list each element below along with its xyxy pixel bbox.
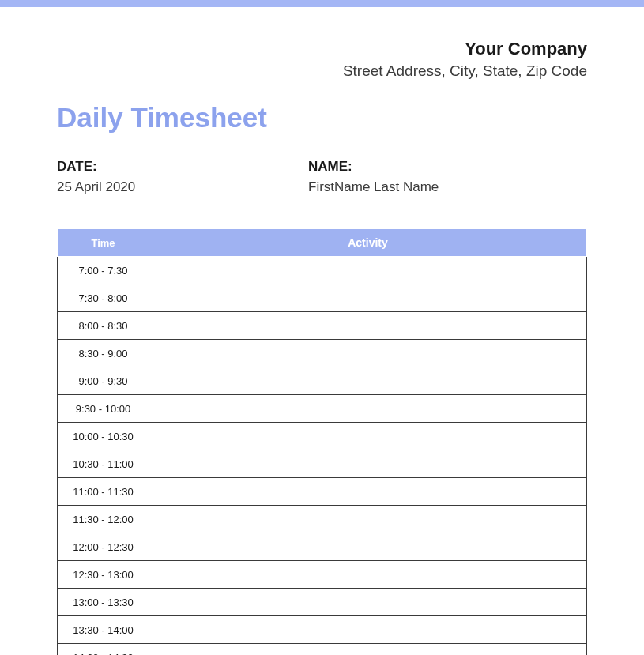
time-cell: 12:30 - 13:00 <box>58 561 149 589</box>
activity-cell[interactable] <box>149 616 587 644</box>
table-row: 14:00 - 14:30 <box>58 644 587 656</box>
date-value: 25 April 2020 <box>57 179 308 195</box>
table-row: 10:30 - 11:00 <box>58 450 587 478</box>
activity-cell[interactable] <box>149 450 587 478</box>
activity-cell[interactable] <box>149 257 587 284</box>
activity-cell[interactable] <box>149 312 587 340</box>
table-row: 7:00 - 7:30 <box>58 257 587 284</box>
date-block: DATE: 25 April 2020 <box>57 159 308 195</box>
table-row: 10:00 - 10:30 <box>58 423 587 450</box>
time-cell: 7:30 - 8:00 <box>58 284 149 312</box>
table-row: 12:00 - 12:30 <box>58 533 587 561</box>
table-row: 9:00 - 9:30 <box>58 367 587 395</box>
activity-cell[interactable] <box>149 533 587 561</box>
time-cell: 14:00 - 14:30 <box>58 644 149 656</box>
table-row: 12:30 - 13:00 <box>58 561 587 589</box>
company-header: Your Company Street Address, City, State… <box>57 39 587 80</box>
table-row: 11:30 - 12:00 <box>58 506 587 533</box>
page-title: Daily Timesheet <box>57 102 587 134</box>
document-content: Your Company Street Address, City, State… <box>0 7 644 655</box>
table-row: 8:30 - 9:00 <box>58 340 587 367</box>
table-row: 13:30 - 14:00 <box>58 616 587 644</box>
activity-cell[interactable] <box>149 478 587 506</box>
time-cell: 13:00 - 13:30 <box>58 589 149 616</box>
time-column-header: Time <box>58 229 149 257</box>
table-row: 11:00 - 11:30 <box>58 478 587 506</box>
time-cell: 12:00 - 12:30 <box>58 533 149 561</box>
table-row: 8:00 - 8:30 <box>58 312 587 340</box>
activity-cell[interactable] <box>149 423 587 450</box>
activity-cell[interactable] <box>149 367 587 395</box>
table-row: 9:30 - 10:00 <box>58 395 587 423</box>
time-cell: 10:00 - 10:30 <box>58 423 149 450</box>
table-row: 13:00 - 13:30 <box>58 589 587 616</box>
company-address: Street Address, City, State, Zip Code <box>57 62 587 80</box>
time-cell: 13:30 - 14:00 <box>58 616 149 644</box>
activity-cell[interactable] <box>149 284 587 312</box>
company-name: Your Company <box>57 39 587 59</box>
time-cell: 10:30 - 11:00 <box>58 450 149 478</box>
time-cell: 11:00 - 11:30 <box>58 478 149 506</box>
time-cell: 11:30 - 12:00 <box>58 506 149 533</box>
timesheet-table: Time Activity 7:00 - 7:307:30 - 8:008:00… <box>57 228 587 655</box>
name-label: NAME: <box>308 159 439 175</box>
top-accent-bar <box>0 0 644 7</box>
activity-cell[interactable] <box>149 589 587 616</box>
name-block: NAME: FirstName Last Name <box>308 159 439 195</box>
time-cell: 9:30 - 10:00 <box>58 395 149 423</box>
activity-cell[interactable] <box>149 395 587 423</box>
date-label: DATE: <box>57 159 308 175</box>
time-cell: 9:00 - 9:30 <box>58 367 149 395</box>
activity-cell[interactable] <box>149 561 587 589</box>
time-cell: 8:30 - 9:00 <box>58 340 149 367</box>
activity-cell[interactable] <box>149 506 587 533</box>
info-row: DATE: 25 April 2020 NAME: FirstName Last… <box>57 159 587 195</box>
name-value: FirstName Last Name <box>308 179 439 195</box>
activity-column-header: Activity <box>149 229 587 257</box>
activity-cell[interactable] <box>149 644 587 656</box>
time-cell: 7:00 - 7:30 <box>58 257 149 284</box>
time-cell: 8:00 - 8:30 <box>58 312 149 340</box>
table-header-row: Time Activity <box>58 229 587 257</box>
table-row: 7:30 - 8:00 <box>58 284 587 312</box>
activity-cell[interactable] <box>149 340 587 367</box>
